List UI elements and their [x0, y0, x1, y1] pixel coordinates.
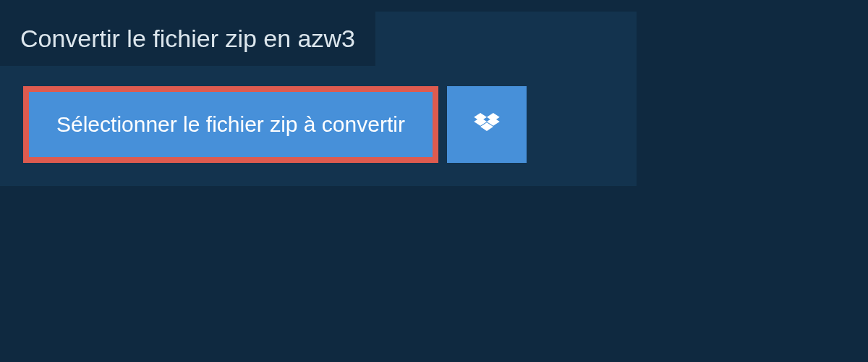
dropbox-icon — [474, 113, 500, 136]
button-row: Sélectionner le fichier zip à convertir — [0, 66, 637, 186]
select-file-label: Sélectionner le fichier zip à convertir — [56, 112, 405, 137]
title-bar: Convertir le fichier zip en azw3 — [0, 12, 375, 66]
page-title: Convertir le fichier zip en azw3 — [20, 25, 355, 52]
select-file-button[interactable]: Sélectionner le fichier zip à convertir — [23, 86, 438, 163]
dropbox-button[interactable] — [447, 86, 527, 163]
converter-panel: Convertir le fichier zip en azw3 Sélecti… — [0, 12, 637, 186]
